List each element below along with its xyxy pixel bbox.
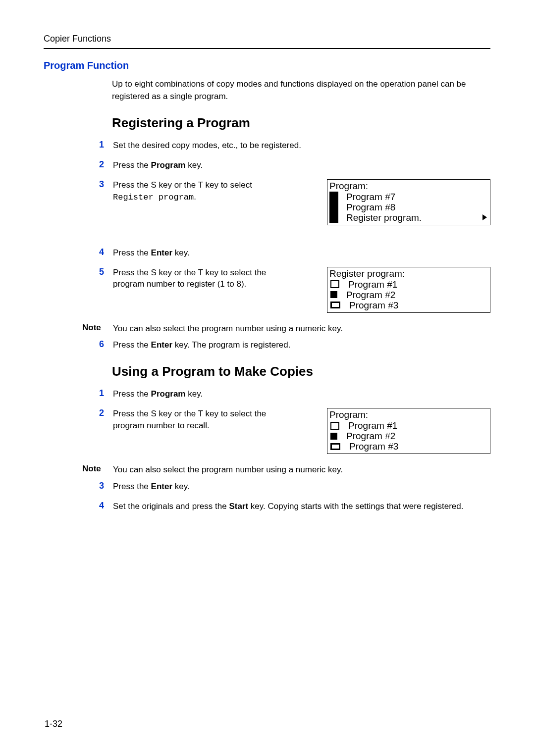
- note-text: You can also select the program number u…: [113, 323, 490, 335]
- lcd-row: Program #2: [329, 431, 487, 441]
- step-number: 2: [95, 408, 104, 418]
- marker-solid-icon: [330, 291, 337, 298]
- note-label: Note: [82, 464, 104, 474]
- step-row: 1 Press the Program key.: [95, 388, 490, 400]
- step-row: 4 Set the originals and press the Start …: [95, 501, 490, 512]
- note-row: Note You can also select the program num…: [82, 323, 490, 335]
- section-title: Program Function: [44, 60, 490, 71]
- step-text-part: Press the: [113, 340, 151, 350]
- lcd-item: Program #3: [349, 442, 487, 451]
- lcd-scrollbar: [329, 192, 338, 223]
- lcd-row: Program #7: [346, 192, 487, 202]
- key-name: Enter: [151, 340, 172, 350]
- step-text: Set the originals and press the Start ke…: [113, 501, 490, 512]
- monospace-text: Register program: [113, 193, 194, 202]
- step-number: 5: [95, 267, 104, 277]
- step-text: Press the S key or the T key to select t…: [113, 267, 291, 291]
- lcd-item: Program #2: [346, 290, 487, 300]
- lcd-row: Program #3: [329, 300, 487, 310]
- note-label: Note: [82, 323, 104, 333]
- intro-paragraph: Up to eight combinations of copy modes a…: [112, 78, 490, 102]
- lcd-item: Program #8: [346, 202, 487, 212]
- step-text: Press the Enter key.: [113, 481, 490, 493]
- marker-solid-icon: [330, 443, 340, 450]
- lcd-item: Program #1: [348, 280, 487, 289]
- lcd-panel: Register program: Program #1 Program #2 …: [327, 267, 490, 313]
- lcd-title: Program:: [329, 181, 487, 191]
- header-rule: [44, 48, 490, 49]
- step-row: 2 Press the S key or the T key to select…: [95, 408, 490, 454]
- step-text-part: Press the: [113, 248, 151, 257]
- lcd-title: Program:: [329, 410, 487, 419]
- step-number: 4: [95, 501, 104, 511]
- step-row: 3 Press the Enter key.: [95, 481, 490, 493]
- step-text-part: Press the S key or the T key to select: [113, 180, 252, 190]
- step-text-part: Set the originals and press the: [113, 502, 229, 511]
- lcd-item: Program #2: [346, 431, 487, 441]
- key-name: Enter: [151, 482, 172, 491]
- step-number: 3: [95, 179, 104, 190]
- step-text-part: key. The program is registered.: [172, 340, 290, 350]
- step-number: 1: [95, 388, 104, 399]
- step-text-part: key.: [172, 482, 190, 491]
- step-text: Press the S key or the T key to select R…: [113, 179, 291, 203]
- step-number: 6: [95, 339, 104, 350]
- lcd-row: Program #3: [329, 441, 487, 452]
- heading-register: Registering a Program: [112, 115, 490, 131]
- step-number: 2: [95, 159, 104, 170]
- note-text: You can also select the program number u…: [113, 464, 490, 476]
- marker-solid-icon: [330, 302, 340, 308]
- step-text: Press the Enter key. The program is regi…: [113, 339, 490, 351]
- lcd-row: Register program.: [346, 212, 487, 223]
- step-row: 2 Press the Program key.: [95, 159, 490, 171]
- key-name: Program: [151, 160, 186, 170]
- step-text-part: key.: [185, 389, 203, 399]
- page-number: 1-32: [45, 719, 62, 729]
- step-number: 3: [95, 481, 104, 491]
- heading-use: Using a Program to Make Copies: [112, 364, 490, 379]
- note-row: Note You can also select the program num…: [82, 464, 490, 476]
- lcd-item: Program #3: [349, 301, 487, 310]
- triangle-right-icon: [482, 214, 487, 220]
- lcd-row: Program #2: [329, 290, 487, 300]
- step-number: 4: [95, 247, 104, 257]
- step-row: 3 Press the S key or the T key to select…: [95, 179, 490, 225]
- step-text: Press the Program key.: [113, 388, 490, 400]
- lcd-row: Program #1: [329, 279, 487, 290]
- step-text-part: .: [194, 192, 196, 202]
- step-text-part: Press the: [113, 482, 151, 491]
- step-row: 1 Set the desired copy modes, etc., to b…: [95, 140, 490, 151]
- step-text: Press the Program key.: [113, 159, 490, 171]
- step-row: 5 Press the S key or the T key to select…: [95, 267, 490, 313]
- marker-open-icon: [330, 422, 339, 430]
- step-text: Press the Enter key.: [113, 247, 490, 259]
- lcd-row: Program #8: [346, 202, 487, 212]
- step-text: Press the S key or the T key to select t…: [113, 408, 291, 432]
- step-row: 6 Press the Enter key. The program is re…: [95, 339, 490, 351]
- key-name: Start: [229, 502, 248, 511]
- step-text-part: key. Copying starts with the settings th…: [248, 502, 463, 511]
- lcd-row: Program #1: [329, 420, 487, 431]
- step-row: 4 Press the Enter key.: [95, 247, 490, 259]
- marker-solid-icon: [330, 433, 337, 440]
- lcd-item: Program #7: [346, 192, 487, 202]
- step-text-part: Press the: [113, 389, 151, 399]
- key-name: Program: [151, 389, 186, 399]
- lcd-item: Program #1: [348, 421, 487, 430]
- running-head: Copier Functions: [44, 34, 490, 48]
- lcd-item: Register program.: [346, 213, 480, 222]
- lcd-panel: Program: Program #1 Program #2 Program #…: [327, 408, 490, 454]
- step-text-part: key.: [185, 160, 203, 170]
- marker-open-icon: [330, 280, 339, 288]
- lcd-title: Register program:: [329, 269, 487, 278]
- key-name: Enter: [151, 248, 172, 257]
- step-text: Set the desired copy modes, etc., to be …: [113, 140, 490, 151]
- step-text-part: Press the: [113, 160, 151, 170]
- step-number: 1: [95, 140, 104, 150]
- step-text-part: key.: [172, 248, 190, 257]
- lcd-panel: Program: Program #7 Program #8 Register …: [327, 179, 490, 225]
